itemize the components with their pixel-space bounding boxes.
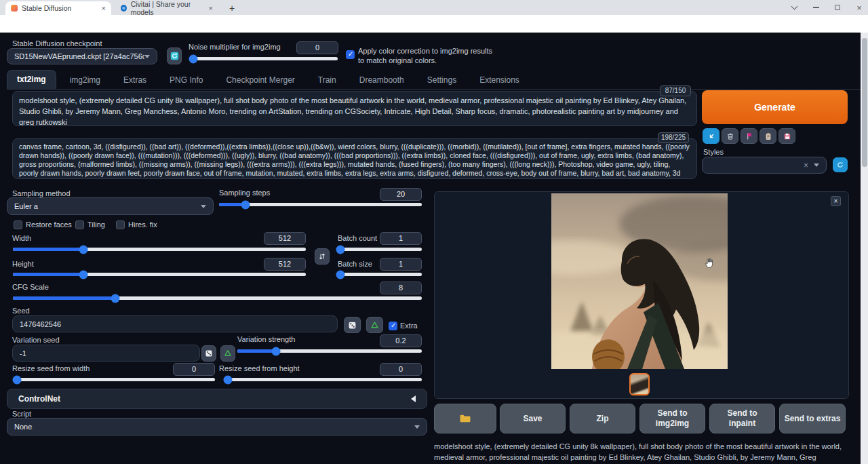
- send-to-img2img-button[interactable]: Send to img2img: [639, 404, 705, 433]
- script-dropdown[interactable]: None: [7, 418, 427, 436]
- variation-seed-input[interactable]: [12, 345, 200, 362]
- window-restore-icon[interactable]: [829, 0, 846, 15]
- window-chevron-icon[interactable]: [785, 0, 803, 15]
- width-slider[interactable]: [13, 248, 306, 251]
- gallery-thumbnail[interactable]: [629, 373, 650, 395]
- prompt-input[interactable]: modelshoot style, (extremely detailed CG…: [12, 91, 697, 126]
- slider-knob[interactable]: [111, 294, 119, 303]
- batch-count-slider[interactable]: [338, 248, 422, 251]
- send-to-extras-button[interactable]: Send to extras: [779, 404, 846, 433]
- slider-knob[interactable]: [223, 375, 232, 384]
- noise-multiplier-value[interactable]: 0: [296, 41, 338, 54]
- save-style-icon[interactable]: [778, 128, 795, 144]
- resize-seed-height-value[interactable]: 0: [380, 363, 422, 376]
- slider-knob[interactable]: [79, 270, 87, 279]
- color-correction-checkbox[interactable]: [346, 50, 355, 59]
- scrollbar-thumb[interactable]: [862, 38, 867, 167]
- resize-seed-height-slider[interactable]: [224, 378, 422, 381]
- sampling-steps-slider[interactable]: [219, 203, 422, 206]
- open-folder-button[interactable]: [434, 404, 496, 433]
- resize-seed-width-slider[interactable]: [13, 378, 215, 381]
- clipboard-icon[interactable]: [760, 128, 776, 144]
- swap-dimensions-button[interactable]: [315, 248, 330, 265]
- browser-tab-title: Civitai | Share your models: [131, 0, 205, 16]
- recycle-icon[interactable]: [220, 345, 235, 362]
- extra-seed-checkbox[interactable]: [389, 322, 397, 330]
- tab-train[interactable]: Train: [309, 71, 346, 89]
- gallery-close-icon[interactable]: ×: [831, 196, 841, 206]
- negative-prompt-input[interactable]: canvas frame, cartoon, 3d, ((disfigured)…: [12, 138, 697, 179]
- tab-close-icon[interactable]: ×: [102, 4, 106, 12]
- controlnet-accordion[interactable]: ControlNet: [7, 389, 427, 409]
- civitai-favicon: [121, 5, 127, 12]
- trash-icon[interactable]: [722, 128, 738, 144]
- browser-tab-stable-diffusion[interactable]: Stable Diffusion ×: [5, 1, 111, 15]
- batch-count-value[interactable]: 1: [380, 232, 422, 245]
- save-button[interactable]: Save: [500, 404, 566, 433]
- tab-extensions[interactable]: Extensions: [470, 71, 529, 89]
- checkpoint-value: SD15NewVAEpruned.ckpt [27a4ac756c]: [14, 52, 144, 60]
- extra-networks-icon[interactable]: [741, 128, 757, 144]
- seed-label: Seed: [12, 307, 30, 315]
- restore-faces-checkbox[interactable]: [14, 220, 22, 229]
- generated-image[interactable]: [551, 193, 728, 369]
- resize-seed-width-value[interactable]: 0: [173, 363, 215, 376]
- new-tab-button[interactable]: +: [224, 1, 239, 15]
- styles-clear-icon[interactable]: ×: [804, 161, 808, 170]
- cfg-scale-value[interactable]: 8: [380, 282, 422, 294]
- variation-strength-slider[interactable]: [237, 349, 422, 353]
- send-to-inpaint-button[interactable]: Send to inpaint: [709, 404, 775, 433]
- chevron-down-icon: [144, 55, 150, 58]
- sampling-steps-value[interactable]: 20: [380, 188, 422, 201]
- chevron-down-icon: [201, 205, 206, 208]
- slider-knob[interactable]: [336, 245, 344, 254]
- zip-button[interactable]: Zip: [570, 404, 635, 433]
- seed-input[interactable]: [12, 315, 338, 332]
- dice-icon[interactable]: [201, 345, 216, 362]
- tab-settings[interactable]: Settings: [418, 71, 466, 89]
- width-value[interactable]: 512: [264, 232, 306, 245]
- sampling-method-label: Sampling method: [12, 189, 71, 197]
- sampling-method-dropdown[interactable]: Euler a: [7, 197, 214, 215]
- dice-icon[interactable]: [344, 317, 361, 333]
- browser-tab-civitai[interactable]: Civitai | Share your models ×: [115, 1, 218, 15]
- tab-txt2img[interactable]: txt2img: [7, 70, 56, 89]
- batch-size-slider[interactable]: [338, 273, 422, 276]
- paste-icon[interactable]: [703, 128, 719, 144]
- tab-close-icon[interactable]: ×: [209, 4, 213, 12]
- sampling-steps-label: Sampling steps: [219, 189, 270, 197]
- controlnet-label: ControlNet: [18, 394, 60, 404]
- tiling-label: Tiling: [87, 220, 105, 229]
- cfg-scale-slider[interactable]: [13, 296, 422, 300]
- noise-multiplier-label: Noise multiplier for img2img: [189, 43, 281, 51]
- tab-img2img[interactable]: img2img: [60, 71, 110, 89]
- recycle-icon[interactable]: [366, 317, 383, 333]
- window-minimize-icon[interactable]: [807, 0, 825, 15]
- generate-button[interactable]: Generate: [702, 90, 848, 124]
- slider-knob[interactable]: [79, 245, 87, 254]
- slider-knob[interactable]: [272, 347, 281, 355]
- batch-size-label: Batch size: [338, 260, 372, 268]
- tab-png-info[interactable]: PNG Info: [160, 71, 212, 89]
- noise-multiplier-slider[interactable]: [191, 57, 338, 60]
- tiling-checkbox[interactable]: [75, 220, 84, 229]
- refresh-checkpoint-button[interactable]: [167, 47, 182, 64]
- window-close-icon[interactable]: ×: [850, 0, 868, 15]
- refresh-styles-button[interactable]: [833, 157, 848, 172]
- slider-knob[interactable]: [12, 375, 21, 384]
- slider-knob[interactable]: [241, 200, 250, 209]
- tab-checkpoint-merger[interactable]: Checkpoint Merger: [216, 71, 304, 89]
- slider-knob[interactable]: [336, 270, 344, 279]
- hires-fix-checkbox[interactable]: [116, 220, 125, 229]
- gallery-panel: ×: [434, 191, 849, 399]
- slider-knob[interactable]: [189, 54, 198, 63]
- height-slider[interactable]: [13, 273, 306, 276]
- styles-select[interactable]: ×: [702, 157, 827, 174]
- height-value[interactable]: 512: [264, 258, 306, 271]
- variation-strength-value[interactable]: 0.2: [380, 334, 422, 347]
- checkpoint-dropdown[interactable]: SD15NewVAEpruned.ckpt [27a4ac756c]: [7, 48, 157, 64]
- tab-dreambooth[interactable]: Dreambooth: [350, 71, 414, 89]
- tab-extras[interactable]: Extras: [114, 71, 156, 89]
- batch-size-value[interactable]: 1: [380, 258, 422, 271]
- page-scrollbar[interactable]: [861, 33, 868, 464]
